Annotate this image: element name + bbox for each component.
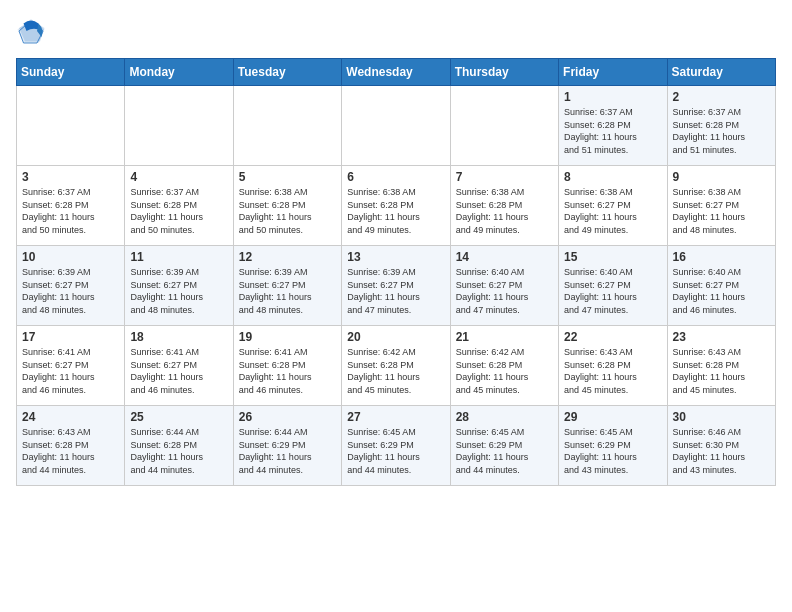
day-number: 1 (564, 90, 661, 104)
day-info: Sunrise: 6:40 AM Sunset: 6:27 PM Dayligh… (456, 266, 553, 316)
day-info: Sunrise: 6:43 AM Sunset: 6:28 PM Dayligh… (564, 346, 661, 396)
day-number: 3 (22, 170, 119, 184)
calendar-cell: 1Sunrise: 6:37 AM Sunset: 6:28 PM Daylig… (559, 86, 667, 166)
day-info: Sunrise: 6:38 AM Sunset: 6:28 PM Dayligh… (239, 186, 336, 236)
day-number: 7 (456, 170, 553, 184)
day-number: 5 (239, 170, 336, 184)
week-row-1: 1Sunrise: 6:37 AM Sunset: 6:28 PM Daylig… (17, 86, 776, 166)
calendar-cell: 7Sunrise: 6:38 AM Sunset: 6:28 PM Daylig… (450, 166, 558, 246)
calendar-cell: 16Sunrise: 6:40 AM Sunset: 6:27 PM Dayli… (667, 246, 775, 326)
day-info: Sunrise: 6:42 AM Sunset: 6:28 PM Dayligh… (347, 346, 444, 396)
calendar-cell: 23Sunrise: 6:43 AM Sunset: 6:28 PM Dayli… (667, 326, 775, 406)
day-number: 8 (564, 170, 661, 184)
day-info: Sunrise: 6:41 AM Sunset: 6:27 PM Dayligh… (22, 346, 119, 396)
day-info: Sunrise: 6:39 AM Sunset: 6:27 PM Dayligh… (347, 266, 444, 316)
day-info: Sunrise: 6:39 AM Sunset: 6:27 PM Dayligh… (239, 266, 336, 316)
calendar-cell: 9Sunrise: 6:38 AM Sunset: 6:27 PM Daylig… (667, 166, 775, 246)
week-row-3: 10Sunrise: 6:39 AM Sunset: 6:27 PM Dayli… (17, 246, 776, 326)
calendar-cell: 14Sunrise: 6:40 AM Sunset: 6:27 PM Dayli… (450, 246, 558, 326)
calendar-cell: 30Sunrise: 6:46 AM Sunset: 6:30 PM Dayli… (667, 406, 775, 486)
week-row-5: 24Sunrise: 6:43 AM Sunset: 6:28 PM Dayli… (17, 406, 776, 486)
week-row-2: 3Sunrise: 6:37 AM Sunset: 6:28 PM Daylig… (17, 166, 776, 246)
day-header-friday: Friday (559, 59, 667, 86)
day-number: 21 (456, 330, 553, 344)
calendar-cell: 10Sunrise: 6:39 AM Sunset: 6:27 PM Dayli… (17, 246, 125, 326)
calendar-cell: 21Sunrise: 6:42 AM Sunset: 6:28 PM Dayli… (450, 326, 558, 406)
day-number: 15 (564, 250, 661, 264)
day-number: 12 (239, 250, 336, 264)
day-number: 25 (130, 410, 227, 424)
day-number: 16 (673, 250, 770, 264)
days-header-row: SundayMondayTuesdayWednesdayThursdayFrid… (17, 59, 776, 86)
day-number: 23 (673, 330, 770, 344)
day-info: Sunrise: 6:38 AM Sunset: 6:27 PM Dayligh… (564, 186, 661, 236)
day-number: 19 (239, 330, 336, 344)
calendar-cell: 25Sunrise: 6:44 AM Sunset: 6:28 PM Dayli… (125, 406, 233, 486)
day-number: 9 (673, 170, 770, 184)
day-number: 20 (347, 330, 444, 344)
calendar-table: SundayMondayTuesdayWednesdayThursdayFrid… (16, 58, 776, 486)
calendar-cell: 13Sunrise: 6:39 AM Sunset: 6:27 PM Dayli… (342, 246, 450, 326)
calendar-cell: 20Sunrise: 6:42 AM Sunset: 6:28 PM Dayli… (342, 326, 450, 406)
day-number: 13 (347, 250, 444, 264)
day-info: Sunrise: 6:40 AM Sunset: 6:27 PM Dayligh… (564, 266, 661, 316)
day-info: Sunrise: 6:38 AM Sunset: 6:27 PM Dayligh… (673, 186, 770, 236)
calendar-cell: 28Sunrise: 6:45 AM Sunset: 6:29 PM Dayli… (450, 406, 558, 486)
day-number: 4 (130, 170, 227, 184)
calendar-cell (450, 86, 558, 166)
calendar-cell: 19Sunrise: 6:41 AM Sunset: 6:28 PM Dayli… (233, 326, 341, 406)
day-number: 18 (130, 330, 227, 344)
day-header-thursday: Thursday (450, 59, 558, 86)
calendar-cell: 3Sunrise: 6:37 AM Sunset: 6:28 PM Daylig… (17, 166, 125, 246)
day-header-saturday: Saturday (667, 59, 775, 86)
day-info: Sunrise: 6:46 AM Sunset: 6:30 PM Dayligh… (673, 426, 770, 476)
day-info: Sunrise: 6:45 AM Sunset: 6:29 PM Dayligh… (347, 426, 444, 476)
day-info: Sunrise: 6:43 AM Sunset: 6:28 PM Dayligh… (673, 346, 770, 396)
day-number: 22 (564, 330, 661, 344)
day-number: 11 (130, 250, 227, 264)
day-header-monday: Monday (125, 59, 233, 86)
calendar-cell (233, 86, 341, 166)
day-number: 30 (673, 410, 770, 424)
day-info: Sunrise: 6:41 AM Sunset: 6:28 PM Dayligh… (239, 346, 336, 396)
calendar-cell: 6Sunrise: 6:38 AM Sunset: 6:28 PM Daylig… (342, 166, 450, 246)
day-number: 24 (22, 410, 119, 424)
day-info: Sunrise: 6:42 AM Sunset: 6:28 PM Dayligh… (456, 346, 553, 396)
day-number: 29 (564, 410, 661, 424)
day-info: Sunrise: 6:41 AM Sunset: 6:27 PM Dayligh… (130, 346, 227, 396)
week-row-4: 17Sunrise: 6:41 AM Sunset: 6:27 PM Dayli… (17, 326, 776, 406)
day-info: Sunrise: 6:37 AM Sunset: 6:28 PM Dayligh… (130, 186, 227, 236)
day-header-wednesday: Wednesday (342, 59, 450, 86)
calendar-cell (17, 86, 125, 166)
calendar-cell: 26Sunrise: 6:44 AM Sunset: 6:29 PM Dayli… (233, 406, 341, 486)
day-info: Sunrise: 6:37 AM Sunset: 6:28 PM Dayligh… (564, 106, 661, 156)
page-header (16, 16, 776, 46)
logo (16, 16, 50, 46)
day-header-tuesday: Tuesday (233, 59, 341, 86)
calendar-cell: 15Sunrise: 6:40 AM Sunset: 6:27 PM Dayli… (559, 246, 667, 326)
calendar-cell: 2Sunrise: 6:37 AM Sunset: 6:28 PM Daylig… (667, 86, 775, 166)
calendar-cell (125, 86, 233, 166)
calendar-cell: 27Sunrise: 6:45 AM Sunset: 6:29 PM Dayli… (342, 406, 450, 486)
day-info: Sunrise: 6:44 AM Sunset: 6:28 PM Dayligh… (130, 426, 227, 476)
calendar-cell: 12Sunrise: 6:39 AM Sunset: 6:27 PM Dayli… (233, 246, 341, 326)
logo-icon (16, 16, 46, 46)
day-info: Sunrise: 6:37 AM Sunset: 6:28 PM Dayligh… (673, 106, 770, 156)
day-info: Sunrise: 6:38 AM Sunset: 6:28 PM Dayligh… (347, 186, 444, 236)
calendar-cell: 18Sunrise: 6:41 AM Sunset: 6:27 PM Dayli… (125, 326, 233, 406)
calendar-cell: 29Sunrise: 6:45 AM Sunset: 6:29 PM Dayli… (559, 406, 667, 486)
day-number: 14 (456, 250, 553, 264)
day-number: 26 (239, 410, 336, 424)
day-number: 2 (673, 90, 770, 104)
day-info: Sunrise: 6:38 AM Sunset: 6:28 PM Dayligh… (456, 186, 553, 236)
calendar-cell (342, 86, 450, 166)
day-info: Sunrise: 6:44 AM Sunset: 6:29 PM Dayligh… (239, 426, 336, 476)
calendar-cell: 4Sunrise: 6:37 AM Sunset: 6:28 PM Daylig… (125, 166, 233, 246)
calendar-cell: 17Sunrise: 6:41 AM Sunset: 6:27 PM Dayli… (17, 326, 125, 406)
day-number: 17 (22, 330, 119, 344)
calendar-cell: 8Sunrise: 6:38 AM Sunset: 6:27 PM Daylig… (559, 166, 667, 246)
calendar-cell: 24Sunrise: 6:43 AM Sunset: 6:28 PM Dayli… (17, 406, 125, 486)
day-number: 28 (456, 410, 553, 424)
day-info: Sunrise: 6:40 AM Sunset: 6:27 PM Dayligh… (673, 266, 770, 316)
day-info: Sunrise: 6:39 AM Sunset: 6:27 PM Dayligh… (130, 266, 227, 316)
